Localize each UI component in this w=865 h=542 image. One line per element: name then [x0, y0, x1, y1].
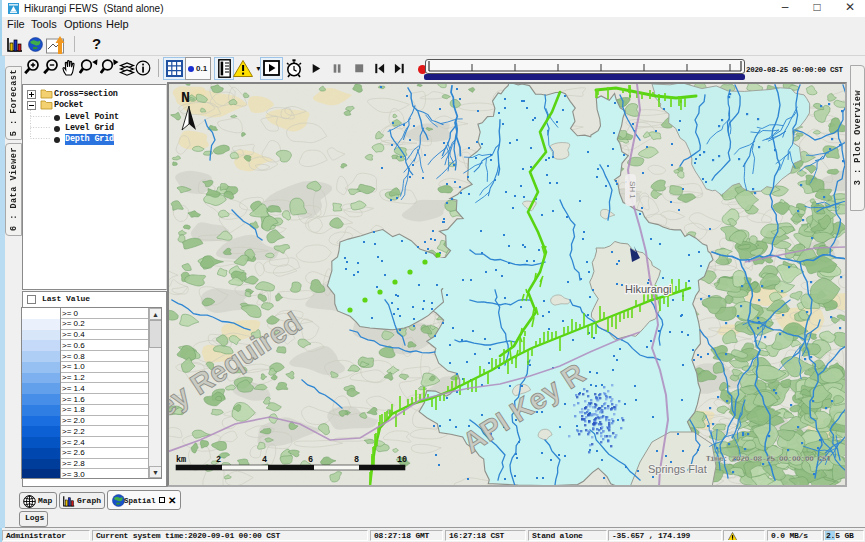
svg-text:km: km — [176, 455, 186, 465]
svg-text:Time: 2020-08-25 00:00:00 CST: Time: 2020-08-25 00:00:00 CST — [706, 455, 831, 463]
svg-text:SH 1: SH 1 — [628, 181, 637, 199]
svg-text:2: 2 — [216, 455, 221, 465]
svg-text:Springs Flat: Springs Flat — [648, 463, 707, 475]
svg-text:6: 6 — [308, 455, 313, 465]
svg-text:10: 10 — [397, 455, 407, 465]
svg-text:4: 4 — [262, 455, 267, 465]
svg-text:8: 8 — [354, 455, 359, 465]
svg-text:Hikurangi: Hikurangi — [625, 283, 671, 295]
svg-text:N: N — [181, 90, 190, 107]
